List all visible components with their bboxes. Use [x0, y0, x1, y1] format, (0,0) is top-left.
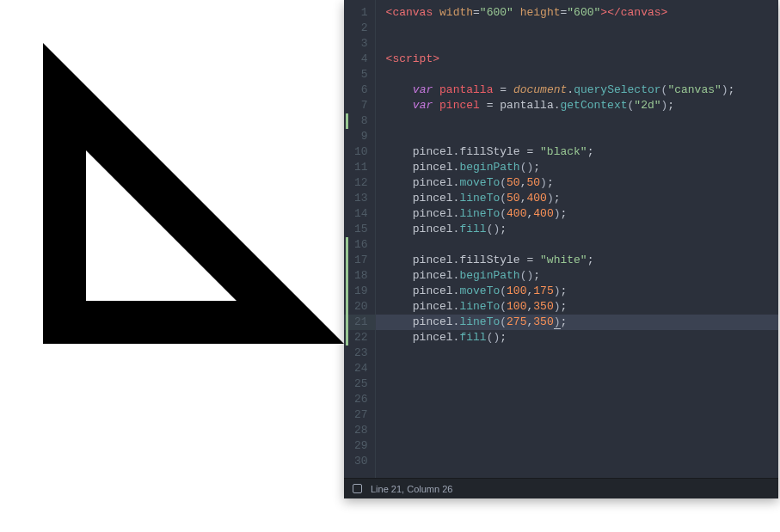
panel-icon[interactable] — [353, 484, 362, 493]
line-number: 16 — [354, 237, 368, 253]
line-number: 5 — [354, 67, 368, 83]
line-number: 21 — [344, 315, 375, 330]
code-line[interactable]: pincel.beginPath(); — [386, 268, 778, 284]
line-number: 27 — [354, 407, 368, 423]
code-editor[interactable]: 1234567891011121314151617181920212223242… — [344, 0, 778, 498]
line-number: 14 — [354, 206, 368, 222]
code-line[interactable] — [386, 129, 778, 144]
line-number-gutter: 1234567891011121314151617181920212223242… — [344, 0, 376, 478]
code-content[interactable]: <canvas width="600" height="600"></canva… — [376, 0, 778, 478]
code-line[interactable]: pincel.fillStyle = "black"; — [386, 144, 778, 160]
code-line[interactable] — [386, 423, 778, 438]
canvas-drawing — [0, 0, 344, 370]
line-number: 30 — [354, 454, 368, 469]
code-line[interactable] — [386, 345, 778, 361]
code-line[interactable] — [386, 113, 778, 129]
code-line[interactable]: pincel.lineTo(50,400); — [386, 191, 778, 206]
code-line[interactable] — [386, 67, 778, 83]
line-number: 22 — [354, 330, 368, 345]
line-number: 23 — [354, 345, 368, 361]
code-area[interactable]: 1234567891011121314151617181920212223242… — [344, 0, 778, 478]
code-line[interactable] — [386, 407, 778, 423]
code-line[interactable] — [386, 454, 778, 469]
code-line[interactable]: var pantalla = document.querySelector("c… — [386, 83, 778, 98]
code-line[interactable]: pincel.lineTo(400,400); — [386, 206, 778, 222]
status-bar: Line 21, Column 26 — [344, 478, 778, 498]
line-number: 2 — [354, 21, 368, 36]
line-number: 3 — [354, 36, 368, 52]
line-number: 11 — [354, 160, 368, 175]
line-number: 7 — [354, 98, 368, 113]
code-line[interactable] — [386, 392, 778, 407]
line-number: 8 — [354, 113, 368, 129]
line-number: 15 — [354, 222, 368, 237]
code-line[interactable]: pincel.moveTo(50,50); — [386, 175, 778, 191]
line-number: 20 — [354, 299, 368, 315]
line-number: 26 — [354, 392, 368, 407]
modified-indicator — [346, 113, 348, 129]
line-number: 1 — [354, 5, 368, 21]
code-line[interactable]: pincel.beginPath(); — [386, 160, 778, 175]
code-line[interactable]: <script> — [386, 52, 778, 67]
line-number: 29 — [354, 438, 368, 454]
code-line[interactable]: pincel.fill(); — [386, 222, 778, 237]
code-line[interactable] — [386, 237, 778, 253]
line-number: 19 — [354, 284, 368, 299]
line-number: 9 — [354, 129, 368, 144]
code-line[interactable]: <canvas width="600" height="600"></canva… — [386, 5, 778, 21]
code-line[interactable]: var pincel = pantalla.getContext("2d"); — [386, 98, 778, 113]
browser-preview — [0, 0, 344, 532]
code-line[interactable] — [386, 361, 778, 376]
code-line[interactable] — [386, 376, 778, 392]
line-number: 6 — [354, 83, 368, 98]
code-line[interactable] — [386, 21, 778, 36]
line-number: 17 — [354, 253, 368, 268]
line-number: 24 — [354, 361, 368, 376]
line-number: 4 — [354, 52, 368, 67]
code-line[interactable]: pincel.moveTo(100,175); — [386, 284, 778, 299]
code-line[interactable] — [386, 36, 778, 52]
line-number: 18 — [354, 268, 368, 284]
line-number: 12 — [354, 175, 368, 191]
code-line[interactable] — [386, 438, 778, 454]
line-number: 10 — [354, 144, 368, 160]
line-number: 13 — [354, 191, 368, 206]
code-line[interactable]: pincel.fill(); — [386, 330, 778, 345]
line-number: 25 — [354, 376, 368, 392]
code-line[interactable]: pincel.fillStyle = "white"; — [386, 253, 778, 268]
cursor-position: Line 21, Column 26 — [371, 484, 452, 494]
line-number: 28 — [354, 423, 368, 438]
modified-indicator — [346, 237, 348, 345]
code-line[interactable]: pincel.lineTo(275,350); — [376, 315, 778, 330]
code-line[interactable]: pincel.lineTo(100,350); — [386, 299, 778, 315]
